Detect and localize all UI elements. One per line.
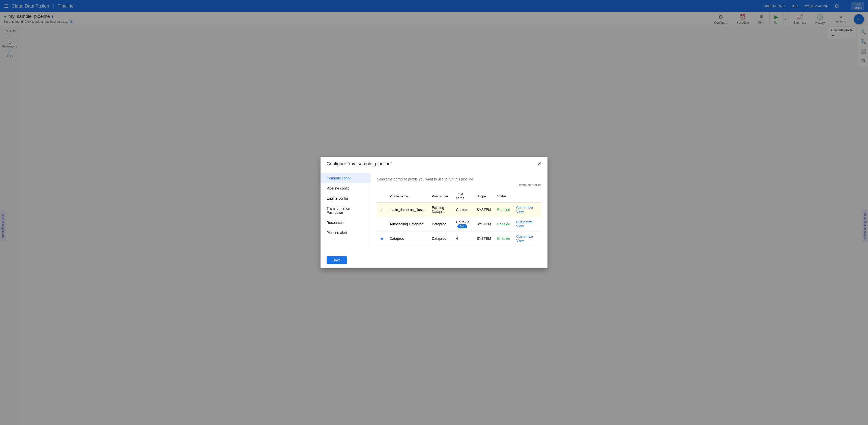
action-cell: Customize View — [513, 231, 541, 246]
modal-footer: Save — [320, 252, 548, 268]
total-cores-cell: Custom — [453, 203, 473, 217]
modal-sidebar: Compute config Pipeline config Engine co… — [320, 171, 371, 252]
col-profile-name: Profile name — [386, 190, 429, 203]
profile-name-cell: static_dataproc_clust... — [386, 203, 429, 217]
auto-badge: Auto — [458, 224, 467, 228]
profile-name-cell: Autoscaling Dataproc — [386, 217, 429, 231]
table-row[interactable]: ★ Dataproc Dataproc 4 SYSTEM Enabled Cus… — [377, 231, 541, 246]
row-icon-cell: ✓ — [377, 203, 386, 217]
table-row[interactable]: ✓ static_dataproc_clust... Existing Data… — [377, 203, 541, 217]
view-link-0[interactable]: View — [516, 210, 524, 214]
customize-link-0[interactable]: Customize — [516, 206, 533, 210]
modal-content: Select the compute profile you want to u… — [371, 171, 548, 252]
col-scope: Scope — [473, 190, 494, 203]
profile-name-cell: Dataproc — [386, 231, 429, 246]
configure-modal: Configure "my_sample_pipeline" ✕ Compute… — [320, 157, 548, 268]
check-icon: ✓ — [380, 208, 383, 212]
scope-cell: SYSTEM — [473, 231, 494, 246]
profiles-table: Profile name Provisioner Total cores Sco… — [377, 190, 541, 246]
table-row[interactable]: Autoscaling Dataproc Dataproc Up to 84 A… — [377, 217, 541, 231]
save-button[interactable]: Save — [327, 256, 347, 264]
nav-compute-config[interactable]: Compute config — [320, 173, 371, 183]
status-cell: Enabled — [494, 217, 513, 231]
modal-overlay: Configure "my_sample_pipeline" ✕ Compute… — [0, 0, 868, 425]
scope-cell: SYSTEM — [473, 203, 494, 217]
provisioner-cell: Dataproc — [429, 217, 453, 231]
nav-transformation-pushdown[interactable]: Transformation Pushdown — [320, 203, 371, 218]
nav-resources[interactable]: Resources — [320, 218, 371, 228]
provisioner-cell: Existing Datapr... — [429, 203, 453, 217]
col-icon — [377, 190, 386, 203]
table-header: Profile name Provisioner Total cores Sco… — [377, 190, 541, 203]
status-enabled: Enabled — [497, 222, 510, 226]
modal-header: Configure "my_sample_pipeline" ✕ — [320, 157, 548, 171]
content-subtitle: Select the compute profile you want to u… — [377, 177, 541, 181]
total-cores-cell: Up to 84 Auto — [453, 217, 473, 231]
profiles-count: 3 compute profiles — [377, 183, 541, 187]
total-cores-cell: 4 — [453, 231, 473, 246]
row-icon-cell: ★ — [377, 231, 386, 246]
action-cell: Customize View — [513, 203, 541, 217]
status-cell: Enabled — [494, 231, 513, 246]
status-enabled: Enabled — [497, 208, 510, 212]
scope-cell: SYSTEM — [473, 217, 494, 231]
modal-body: Compute config Pipeline config Engine co… — [320, 171, 548, 252]
customize-link-1[interactable]: Customize — [516, 220, 533, 224]
col-status: Status — [494, 190, 513, 203]
table-body: ✓ static_dataproc_clust... Existing Data… — [377, 203, 541, 246]
status-cell: Enabled — [494, 203, 513, 217]
view-link-1[interactable]: View — [516, 224, 524, 228]
nav-pipeline-alert[interactable]: Pipeline alert — [320, 228, 371, 238]
action-cell: Customize View — [513, 217, 541, 231]
nav-engine-config[interactable]: Engine config — [320, 193, 371, 203]
col-actions — [513, 190, 541, 203]
col-total-cores: Total cores — [453, 190, 473, 203]
modal-close-button[interactable]: ✕ — [537, 161, 541, 167]
status-enabled: Enabled — [497, 236, 510, 240]
view-link-2[interactable]: View — [516, 238, 524, 243]
customize-link-2[interactable]: Customize — [516, 234, 533, 238]
modal-title: Configure "my_sample_pipeline" — [327, 161, 392, 167]
row-icon-cell — [377, 217, 386, 231]
col-provisioner: Provisioner — [429, 190, 453, 203]
star-icon: ★ — [380, 236, 383, 241]
provisioner-cell: Dataproc — [429, 231, 453, 246]
nav-pipeline-config[interactable]: Pipeline config — [320, 183, 371, 193]
